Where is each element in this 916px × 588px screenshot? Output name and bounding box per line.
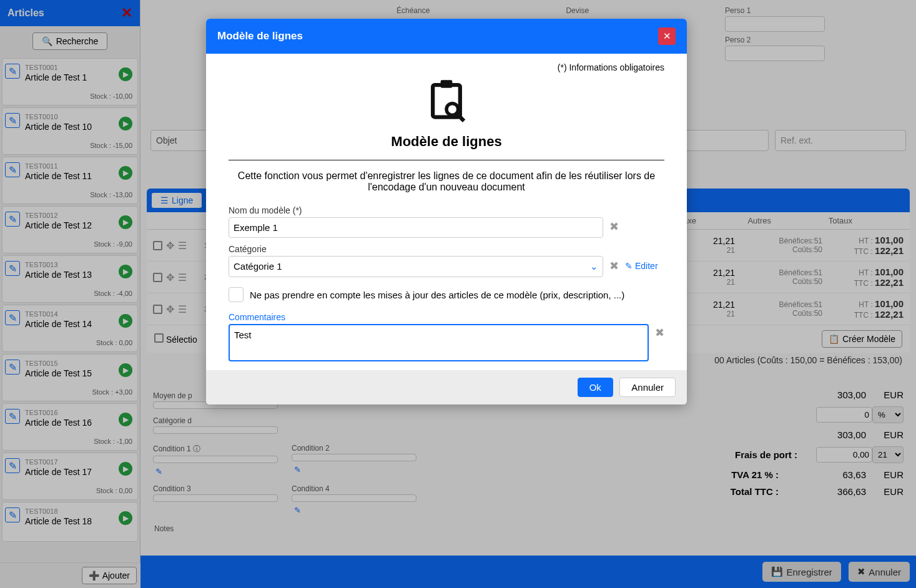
clear-comments-icon[interactable]: ✖ xyxy=(655,326,664,340)
svg-line-3 xyxy=(456,113,464,120)
modal-close-button[interactable]: ✕ xyxy=(658,27,676,45)
model-name-input[interactable] xyxy=(229,217,603,238)
clipboard-search-icon xyxy=(229,76,664,127)
category-select[interactable]: Catégorie 1 ⌄ xyxy=(229,256,603,277)
required-note: (*) Informations obligatoires xyxy=(229,62,664,72)
name-label: Nom du modèle (*) xyxy=(229,205,664,215)
comments-label: Commentaires xyxy=(229,312,664,322)
cat-label: Catégorie xyxy=(229,244,664,254)
comments-textarea[interactable] xyxy=(229,324,649,361)
checkbox-label: Ne pas prendre en compte les mises à jou… xyxy=(250,290,624,300)
clear-cat-icon[interactable]: ✖ xyxy=(609,259,619,273)
modal-header-title: Modèle de lignes xyxy=(217,30,303,42)
svg-rect-1 xyxy=(441,80,453,87)
edit-category-button[interactable]: ✎Editer xyxy=(625,261,658,271)
modal-description: Cette fonction vous permet d'enregistrer… xyxy=(229,170,664,193)
clear-name-icon[interactable]: ✖ xyxy=(609,220,619,233)
pencil-icon: ✎ xyxy=(625,261,633,271)
modal-ok-button[interactable]: Ok xyxy=(578,378,613,397)
close-icon: ✕ xyxy=(663,31,671,42)
chevron-down-icon: ⌄ xyxy=(590,261,598,272)
modal-title: Modèle de lignes xyxy=(229,134,664,150)
ignore-updates-checkbox[interactable] xyxy=(229,287,244,302)
modal-cancel-button[interactable]: Annuler xyxy=(619,378,676,397)
category-value: Catégorie 1 xyxy=(234,261,282,272)
line-template-modal: Modèle de lignes ✕ (*) Informations obli… xyxy=(206,19,687,404)
